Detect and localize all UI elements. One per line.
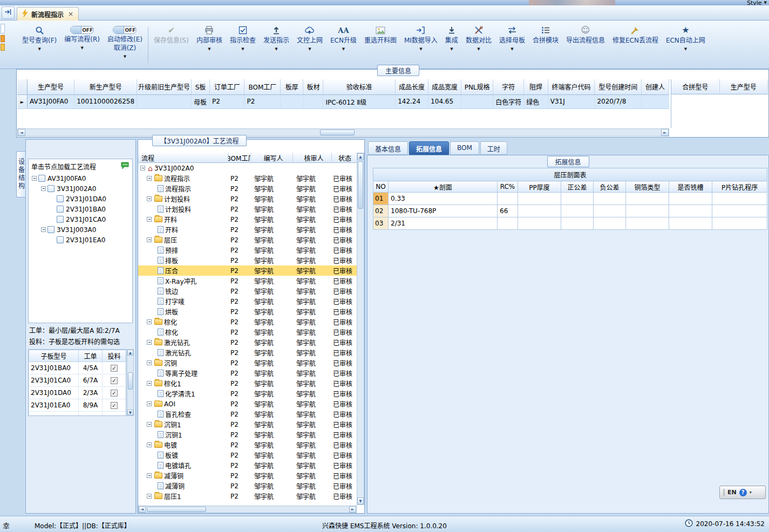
subboard-col-header-0[interactable]: 子板型号	[29, 350, 79, 362]
process-row[interactable]: 排板P2邹宇航邹宇航已审核	[138, 255, 357, 265]
toolbar-button-internal-audit[interactable]: 内部审核▼	[193, 23, 226, 67]
mi-col-header-11[interactable]: PNL规格	[461, 79, 493, 94]
chevron-down-icon[interactable]: ▼	[511, 47, 513, 51]
process-row[interactable]: 计划投料P2邹宇航邹宇航已审核	[138, 194, 357, 204]
mi-col-header-2[interactable]: 升级前旧生产型号	[137, 79, 192, 94]
chevron-down-icon[interactable]: ▼	[477, 47, 480, 51]
process-row[interactable]: 激光钻孔P2邹宇航邹宇航已审核	[138, 347, 357, 358]
lam-col-header-7[interactable]: 是否铣槽	[669, 181, 712, 193]
comment-icon[interactable]	[121, 162, 130, 171]
main-info-hscrollbar[interactable]: ◄ ►	[17, 128, 669, 137]
toolbar-button-data-compare[interactable]: 数据对比▼	[462, 23, 495, 67]
process-row[interactable]: 开料P2邹宇航邹宇航已审核	[138, 214, 357, 224]
expand-icon[interactable]	[147, 422, 152, 427]
expand-icon[interactable]	[147, 442, 152, 447]
subboard-row[interactable]: 2V31J01DA02/3A	[29, 387, 126, 399]
expand-icon[interactable]	[147, 196, 152, 201]
language-menu-icon[interactable]: ▾	[750, 490, 752, 495]
toolbar-button-ecn-upgrade[interactable]: AAECN升级▼	[326, 23, 360, 67]
process-row[interactable]: 计划投料P2邹宇航邹宇航已审核	[138, 204, 357, 214]
toolbar-button-repair-ecn-flow[interactable]: 修复ECN丢流程	[609, 23, 662, 67]
device-tree-node[interactable]: 3V31J002A0	[29, 183, 132, 194]
process-row[interactable]: 压合P2邹宇航邹宇航已审核	[138, 265, 357, 276]
mi-col-header-6[interactable]: 板厚	[281, 79, 303, 94]
device-tree-node[interactable]: 3V31J003A0	[29, 224, 132, 235]
expand-icon[interactable]	[147, 494, 152, 499]
expand-icon[interactable]	[41, 227, 46, 232]
process-row[interactable]: 等离子处理P2邹宇航邹宇航已审核	[138, 368, 357, 378]
process-col-header-4[interactable]: 状态	[332, 153, 357, 163]
chevron-down-icon[interactable]: ▼	[208, 47, 210, 51]
chevron-down-icon[interactable]: ▼	[684, 47, 687, 51]
dock-rail-item[interactable]	[1, 24, 5, 33]
expand-icon[interactable]	[147, 217, 152, 222]
device-structure-vertical-tab[interactable]: 设备结构	[16, 151, 25, 197]
process-row[interactable]: 电镀填孔P2邹宇航邹宇航已审核	[138, 460, 357, 470]
lam-col-header-5[interactable]: 负公差	[594, 181, 626, 193]
feed-checkbox[interactable]	[111, 365, 118, 372]
lam-col-header-0[interactable]: NO	[373, 181, 389, 193]
dock-rail-item[interactable]	[1, 35, 5, 42]
toolbar-button-instruction-check[interactable]: 指示检查▼	[226, 23, 260, 67]
toolbar-button-ecn-auto-upload[interactable]: ★ECN自动上网▼	[662, 23, 709, 67]
toolbar-button-start-modify[interactable]: OFF启动修改(E)取消(Z)▼	[104, 23, 146, 67]
process-row[interactable]: 铣边P2邹宇航邹宇航已审核	[138, 286, 357, 296]
feed-checkbox[interactable]	[111, 390, 118, 397]
scroll-thumb[interactable]	[358, 161, 363, 209]
toolbar-button-doc-upload[interactable]: 文控上网▼	[293, 23, 326, 67]
mi-col-header-0[interactable]: 生产型号	[28, 79, 74, 94]
process-row[interactable]: 流程指示P2邹宇航邹宇航已审核	[138, 183, 357, 194]
toolbar-button-mi-data-import[interactable]: MI数据导入▼	[400, 23, 441, 67]
detail-tab-0[interactable]: 基本信息	[368, 141, 408, 155]
mi-col-header-3[interactable]: S板	[192, 79, 210, 94]
subboard-row[interactable]: 2V31J01BA04/5A	[29, 362, 126, 374]
mi-col-header-4[interactable]: 订单工厂	[209, 79, 244, 94]
device-tree-node[interactable]: 2V31J01CA0	[29, 214, 132, 224]
process-row[interactable]: 棕化P2邹宇航邹宇航已审核	[138, 327, 357, 337]
mi-col-header-12[interactable]: 字符	[493, 79, 524, 94]
chevron-down-icon[interactable]: ▼	[450, 47, 453, 51]
process-row[interactable]: 棕化P2邹宇航邹宇航已审核	[138, 317, 357, 327]
process-row[interactable]: 板镀P2邹宇航邹宇航已审核	[138, 450, 357, 460]
merge-col-header-0[interactable]: 合拼型号	[671, 79, 720, 94]
scroll-down-arrow[interactable]: ▼	[357, 497, 364, 504]
scroll-thumb[interactable]	[147, 507, 206, 512]
detail-tab-2[interactable]: BOM	[450, 141, 479, 155]
expand-icon[interactable]	[147, 340, 152, 345]
process-row[interactable]: 棕化1P2邹宇航邹宇航已审核	[138, 378, 357, 388]
process-row[interactable]: 减薄铜P2邹宇航邹宇航已审核	[138, 481, 357, 491]
mi-col-header-10[interactable]: 成品宽度	[428, 79, 461, 94]
process-row[interactable]: 层压1P2邹宇航邹宇航已审核	[138, 491, 357, 501]
lam-col-header-6[interactable]: 铜箔类型	[626, 181, 669, 193]
mi-col-header-16[interactable]: 创建人	[642, 79, 669, 94]
lam-col-header-8[interactable]: P片钻孔程序	[712, 181, 767, 193]
scroll-right-arrow[interactable]: ►	[661, 129, 669, 136]
device-tree-node[interactable]: AV31J00FA0	[29, 173, 132, 183]
mi-col-header-15[interactable]: 型号创建时间	[595, 79, 642, 94]
process-row[interactable]: 电镀P2邹宇航邹宇航已审核	[138, 440, 357, 450]
help-icon[interactable]: ?	[739, 489, 747, 496]
lam-col-header-4[interactable]: 正公差	[561, 181, 594, 193]
process-row[interactable]: 烘板P2邹宇航邹宇航已审核	[138, 306, 357, 317]
lam-col-header-1[interactable]: ★剖面	[389, 181, 498, 193]
scroll-down-arrow[interactable]: ▼	[127, 410, 133, 415]
process-vscrollbar[interactable]: ▲ ▼	[357, 153, 364, 505]
expand-icon[interactable]	[147, 360, 152, 365]
tab-close-icon[interactable]: ×	[68, 10, 73, 18]
scroll-thumb[interactable]	[128, 372, 133, 390]
scroll-right-arrow[interactable]: ►	[349, 506, 356, 513]
process-row[interactable]: X-Ray冲孔P2邹宇航邹宇航已审核	[138, 276, 357, 286]
chevron-down-icon[interactable]: ▼	[342, 47, 345, 51]
process-row[interactable]: 沉铜P2邹宇航邹宇航已审核	[138, 358, 357, 368]
dock-arrow-button[interactable]	[2, 6, 15, 19]
chevron-down-icon[interactable]: ▼	[80, 46, 83, 50]
scroll-up-arrow[interactable]: ▲	[357, 153, 364, 160]
process-row[interactable]: 沉铜1P2邹宇航邹宇航已审核	[138, 429, 357, 440]
process-row[interactable]: 开料P2邹宇航邹宇航已审核	[138, 224, 357, 235]
scroll-thumb[interactable]	[320, 129, 355, 135]
process-row[interactable]: 打字唛P2邹宇航邹宇航已审核	[138, 296, 357, 306]
feed-checkbox[interactable]	[111, 377, 118, 384]
expand-icon[interactable]	[147, 473, 152, 478]
toolbar-button-export-flow-info[interactable]: ☺导出流程信息	[562, 23, 609, 67]
chevron-down-icon[interactable]: ▼	[241, 47, 244, 51]
